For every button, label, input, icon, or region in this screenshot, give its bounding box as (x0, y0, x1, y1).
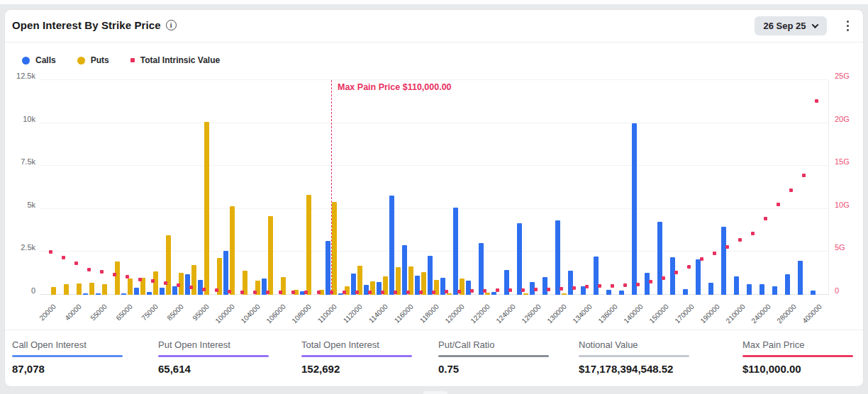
call-bar[interactable] (798, 261, 803, 295)
intrinsic-value-point[interactable] (189, 286, 193, 289)
call-bar[interactable] (683, 289, 688, 295)
strike-group-102000[interactable] (235, 80, 248, 295)
intrinsic-value-point[interactable] (598, 284, 601, 288)
intrinsic-value-point[interactable] (470, 289, 474, 293)
intrinsic-value-point[interactable] (815, 99, 818, 103)
intrinsic-value-point[interactable] (266, 291, 269, 294)
strike-group-150000[interactable] (657, 80, 669, 295)
intrinsic-value-point[interactable] (483, 289, 486, 293)
intrinsic-value-point[interactable] (560, 287, 563, 291)
intrinsic-value-point[interactable] (138, 278, 142, 281)
legend-item-calls[interactable]: Calls (22, 55, 56, 65)
strike-group-65000[interactable] (121, 80, 133, 295)
intrinsic-value-point[interactable] (534, 288, 538, 291)
more-options-button[interactable] (842, 18, 854, 35)
call-bar[interactable] (708, 283, 713, 295)
intrinsic-value-point[interactable] (381, 291, 384, 294)
strike-group-138000[interactable] (618, 80, 631, 295)
call-bar[interactable] (479, 243, 484, 295)
put-bar[interactable] (51, 287, 56, 295)
intrinsic-value-point[interactable] (700, 257, 703, 261)
strike-group-180000[interactable] (695, 80, 708, 295)
strike-group-160000[interactable] (669, 80, 682, 295)
put-bar[interactable] (332, 202, 337, 295)
strike-group-60000[interactable] (108, 80, 121, 295)
call-bar[interactable] (555, 220, 560, 295)
intrinsic-value-point[interactable] (126, 275, 129, 278)
strike-group-120000[interactable] (452, 80, 465, 295)
call-bar[interactable] (772, 286, 777, 295)
intrinsic-value-point[interactable] (521, 288, 525, 292)
call-bar[interactable] (517, 223, 522, 295)
strike-group-300000[interactable] (797, 80, 810, 295)
strike-group-75000[interactable] (146, 80, 159, 295)
intrinsic-value-point[interactable] (291, 291, 295, 294)
strike-group-115000[interactable] (389, 80, 401, 295)
intrinsic-value-point[interactable] (240, 291, 244, 294)
call-bar[interactable] (491, 292, 496, 295)
intrinsic-value-point[interactable] (202, 288, 206, 291)
call-bar[interactable] (594, 257, 599, 295)
call-bar[interactable] (160, 288, 165, 295)
intrinsic-value-point[interactable] (279, 291, 282, 294)
strike-group-123000[interactable] (491, 80, 503, 295)
strike-group-108000[interactable] (299, 80, 312, 295)
intrinsic-value-point[interactable] (74, 261, 78, 265)
strike-group-260000[interactable] (772, 80, 784, 295)
intrinsic-value-point[interactable] (457, 290, 461, 293)
strike-group-170000[interactable] (682, 80, 695, 295)
intrinsic-value-point[interactable] (215, 288, 218, 292)
call-bar[interactable] (670, 257, 675, 295)
strike-group-107000[interactable] (286, 80, 299, 295)
strike-group-125000[interactable] (516, 80, 529, 295)
intrinsic-value-point[interactable] (253, 291, 257, 294)
call-bar[interactable] (402, 245, 407, 295)
call-bar[interactable] (147, 292, 152, 295)
strike-group-40000[interactable] (69, 80, 82, 295)
intrinsic-value-point[interactable] (636, 283, 640, 286)
call-bar[interactable] (172, 286, 177, 295)
put-bar[interactable] (128, 278, 133, 295)
intrinsic-value-point[interactable] (177, 283, 180, 287)
call-bar[interactable] (121, 293, 126, 295)
intrinsic-value-point[interactable] (687, 265, 691, 269)
intrinsic-value-point[interactable] (738, 238, 742, 242)
put-bar[interactable] (102, 284, 107, 295)
strike-group-55000[interactable] (95, 80, 108, 295)
strike-group-114000[interactable] (376, 80, 389, 295)
intrinsic-value-point[interactable] (789, 188, 793, 192)
strike-group-112000[interactable] (350, 80, 363, 295)
strike-group-109000[interactable] (312, 80, 325, 295)
intrinsic-value-point[interactable] (623, 283, 627, 287)
intrinsic-value-point[interactable] (649, 280, 652, 283)
call-bar[interactable] (721, 227, 726, 295)
strike-group-95000[interactable] (197, 80, 210, 295)
strike-group-400000[interactable] (810, 80, 823, 295)
strike-group-117000[interactable] (414, 80, 427, 295)
put-bar[interactable] (166, 235, 171, 295)
put-bar[interactable] (89, 283, 94, 295)
strike-group-121000[interactable] (465, 80, 478, 295)
call-bar[interactable] (811, 291, 816, 295)
call-bar[interactable] (785, 274, 790, 295)
strike-group-200000[interactable] (720, 80, 733, 295)
put-bar[interactable] (306, 195, 311, 295)
put-bar[interactable] (204, 122, 209, 295)
call-bar[interactable] (326, 241, 330, 295)
strike-group-124000[interactable] (503, 80, 516, 295)
intrinsic-value-point[interactable] (445, 290, 448, 293)
strike-group-106000[interactable] (274, 80, 286, 295)
strike-group-240000[interactable] (759, 80, 772, 295)
strike-group-280000[interactable] (784, 80, 797, 295)
strike-group-20000[interactable] (44, 80, 57, 295)
strike-group-111000[interactable] (338, 80, 350, 295)
strike-group-132000[interactable] (567, 80, 580, 295)
call-bar[interactable] (657, 222, 662, 295)
put-bar[interactable] (230, 206, 235, 295)
put-bar[interactable] (77, 283, 82, 295)
strike-group-119000[interactable] (440, 80, 452, 295)
strike-group-85000[interactable] (172, 80, 184, 295)
put-bar[interactable] (153, 271, 158, 295)
intrinsic-value-point[interactable] (777, 203, 780, 206)
intrinsic-value-point[interactable] (585, 285, 589, 288)
